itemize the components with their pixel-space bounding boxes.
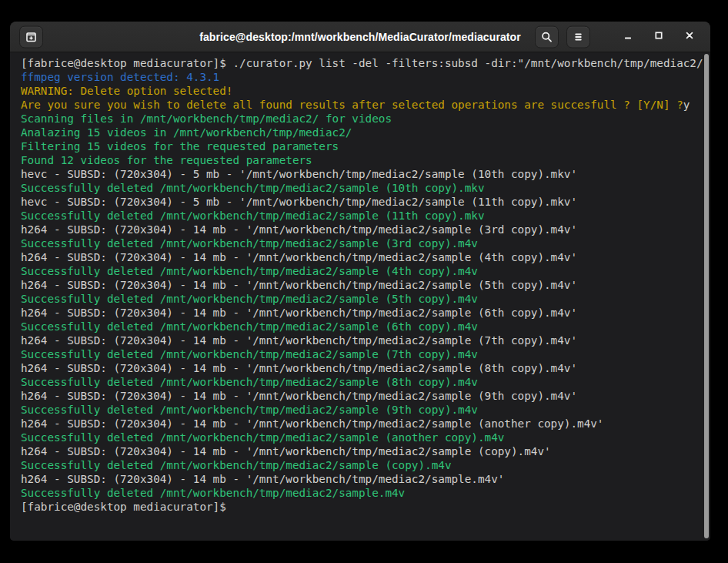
minimize-button[interactable] [618,27,638,47]
terminal-line: ffmpeg version detected: 4.3.1 [21,70,693,84]
search-icon [540,30,553,43]
new-tab-button[interactable] [19,25,43,48]
terminal-line: Successfully deleted /mnt/workbench/tmp/… [21,292,693,306]
terminal-line: Successfully deleted /mnt/workbench/tmp/… [21,209,693,223]
terminal-line: Filtering 15 videos for the requested pa… [21,139,693,153]
terminal-line: Scanning files in /mnt/workbench/tmp/med… [21,112,693,126]
terminal-line: h264 - SUBSD: (720x304) - 14 mb - '/mnt/… [21,417,693,431]
terminal-line: Successfully deleted /mnt/workbench/tmp/… [21,347,693,361]
titlebar[interactable]: fabrice@desktop:/mnt/workbench/MediaCura… [10,22,710,52]
terminal-line: Successfully deleted /mnt/workbench/tmp/… [21,236,693,250]
terminal-line: Found 12 videos for the requested parame… [21,153,693,167]
terminal-window: fabrice@desktop:/mnt/workbench/MediaCura… [10,22,710,541]
terminal-line: h264 - SUBSD: (720x304) - 14 mb - '/mnt/… [21,278,693,292]
terminal-line: Successfully deleted /mnt/workbench/tmp/… [21,431,693,444]
terminal-line: Analazing 15 videos in /mnt/workbench/tm… [21,126,693,139]
search-button[interactable] [535,25,559,48]
window-title: fabrice@desktop:/mnt/workbench/MediaCura… [199,31,521,43]
terminal-line: Successfully deleted /mnt/workbench/tmp/… [21,375,693,389]
terminal-line: Successfully deleted /mnt/workbench/tmp/… [21,264,693,278]
terminal-line: Are you sure you wish to delete all foun… [21,98,693,112]
terminal-line: h264 - SUBSD: (720x304) - 14 mb - '/mnt/… [21,444,693,458]
terminal-line: [fabrice@desktop mediacurator]$ [21,500,693,514]
terminal-line: WARNING: Delete option selected! [21,84,693,98]
terminal-line: h264 - SUBSD: (720x304) - 14 mb - '/mnt/… [21,389,693,403]
maximize-icon [653,29,665,45]
terminal-line: hevc - SUBSD: (720x304) - 5 mb - '/mnt/w… [21,195,693,209]
terminal-line: hevc - SUBSD: (720x304) - 5 mb - '/mnt/w… [21,167,693,181]
terminal-line: h264 - SUBSD: (720x304) - 14 mb - '/mnt/… [21,306,693,320]
close-icon [683,29,696,45]
menu-button[interactable] [566,25,590,48]
terminal-line: h264 - SUBSD: (720x304) - 14 mb - '/mnt/… [21,333,693,347]
terminal-line: Successfully deleted /mnt/workbench/tmp/… [21,320,693,333]
terminal-line: Successfully deleted /mnt/workbench/tmp/… [21,403,693,417]
hamburger-menu-icon [572,30,585,43]
scrollbar-thumb[interactable] [704,54,709,538]
terminal-line: h264 - SUBSD: (720x304) - 14 mb - '/mnt/… [21,250,693,264]
terminal-line: [fabrice@desktop mediacurator]$ ./curato… [21,56,693,70]
minimize-icon [622,29,634,45]
new-tab-icon [25,30,38,43]
terminal-line: h264 - SUBSD: (720x304) - 14 mb - '/mnt/… [21,472,693,486]
terminal-line: Successfully deleted /mnt/workbench/tmp/… [21,181,693,195]
terminal-line: Successfully deleted /mnt/workbench/tmp/… [21,486,693,500]
maximize-button[interactable] [649,27,669,47]
terminal-line: h264 - SUBSD: (720x304) - 14 mb - '/mnt/… [21,361,693,375]
terminal-output[interactable]: [fabrice@desktop mediacurator]$ ./curato… [10,52,710,541]
terminal-line: h264 - SUBSD: (720x304) - 14 mb - '/mnt/… [21,223,693,236]
close-button[interactable] [680,27,700,47]
terminal-line: Successfully deleted /mnt/workbench/tmp/… [21,458,693,472]
terminal-lines: [fabrice@desktop mediacurator]$ ./curato… [21,56,693,514]
